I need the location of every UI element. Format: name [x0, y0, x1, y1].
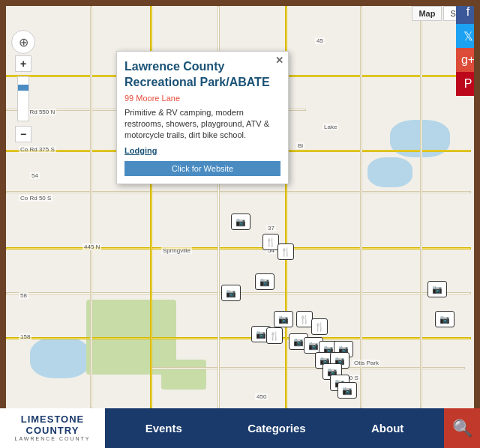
road-label-8: 58: [19, 292, 28, 299]
nav-about[interactable]: About: [359, 416, 416, 441]
road-label-5: 54: [30, 172, 40, 179]
search-icon: 🔍: [452, 419, 472, 438]
marker-20[interactable]: 📷: [338, 382, 357, 399]
zoom-controls: ⊕ + −: [11, 30, 35, 142]
popup-description: Primitive & RV camping, modern restrooms…: [124, 107, 280, 142]
zoom-slider[interactable]: [17, 76, 29, 121]
popup-close-button[interactable]: ✕: [275, 55, 284, 66]
facebook-icon: f: [466, 5, 470, 19]
road-label-9: 158: [19, 333, 32, 340]
bottom-nav: LIMESTONE COUNTRY LAWRENCE COUNTY Events…: [0, 408, 480, 448]
frame-left: [0, 0, 6, 408]
road-label-13: 450: [255, 393, 268, 400]
road-label-2: 45: [315, 37, 325, 44]
road-label-6: Co Rd 50 S: [19, 195, 52, 202]
road-label-10: Springville: [161, 247, 192, 254]
popup-category[interactable]: Lodging: [124, 146, 280, 155]
road-label-11: Otis Park: [352, 360, 380, 366]
road-label-7: 445 N: [82, 243, 101, 250]
road-h5: [6, 247, 471, 249]
logo: LIMESTONE COUNTRY LAWRENCE COUNTY: [15, 414, 91, 441]
marker-9[interactable]: 📷: [435, 311, 454, 327]
tab-map[interactable]: Map: [412, 6, 442, 21]
popup-address: 99 Moore Lane: [124, 94, 280, 103]
frame-right: [474, 0, 480, 408]
zoom-out-button[interactable]: −: [15, 126, 32, 142]
marker-1[interactable]: 🍴: [262, 234, 279, 250]
marker-0[interactable]: 📷: [231, 214, 250, 230]
marker-6[interactable]: 🍴: [296, 311, 313, 327]
green-area-2: [161, 360, 206, 390]
info-popup: ✕ Lawrence County Recreational Park/ABAT…: [116, 51, 289, 184]
logo-line2: COUNTRY: [15, 426, 91, 436]
popup-title: Lawrence County Recreational Park/ABATE: [124, 59, 280, 91]
marker-4[interactable]: 📷: [428, 281, 447, 297]
marker-3[interactable]: 📷: [255, 273, 274, 290]
road-label-4: Co Rd 375 S: [19, 146, 56, 153]
nav-events[interactable]: Events: [134, 416, 194, 441]
road-v5: [360, 6, 362, 408]
googleplus-icon: g+: [461, 53, 475, 67]
road-h4: [6, 191, 471, 193]
search-button[interactable]: 🔍: [444, 408, 480, 448]
water-body-3: [30, 337, 90, 378]
road-v6: [420, 6, 422, 408]
road-label-12: 37: [266, 225, 276, 231]
compass-button[interactable]: ⊕: [11, 30, 35, 54]
road-h7: [6, 337, 471, 339]
road-v1: [90, 6, 92, 408]
frame-top: [0, 0, 480, 6]
map-container: Co Rd 750 S 45 Co Rd 550 N Co Rd 375 S 5…: [0, 0, 480, 408]
marker-5[interactable]: 📷: [221, 285, 241, 301]
twitter-icon: 𝕏: [464, 29, 473, 43]
popup-website-button[interactable]: Click for Website: [124, 161, 280, 176]
marker-2[interactable]: 🍴: [278, 243, 294, 260]
marker-7[interactable]: 📷: [274, 311, 293, 327]
water-body-2: [368, 157, 412, 187]
logo-subtitle: LAWRENCE COUNTY: [15, 436, 91, 442]
zoom-thumb: [18, 85, 28, 91]
logo-line1: LIMESTONE: [15, 414, 91, 425]
road-label-16: Lake: [322, 124, 338, 130]
nav-items: Events Categories About: [105, 416, 444, 441]
nav-categories[interactable]: Categories: [236, 416, 318, 441]
road-h8: [150, 367, 465, 369]
marker-8[interactable]: 🍴: [311, 318, 328, 335]
pinterest-icon: P: [464, 77, 472, 91]
zoom-in-button[interactable]: +: [15, 55, 32, 72]
logo-section: LIMESTONE COUNTRY LAWRENCE COUNTY: [0, 408, 105, 448]
road-label-15: Bl: [296, 142, 304, 149]
marker-11[interactable]: 🍴: [266, 327, 283, 344]
